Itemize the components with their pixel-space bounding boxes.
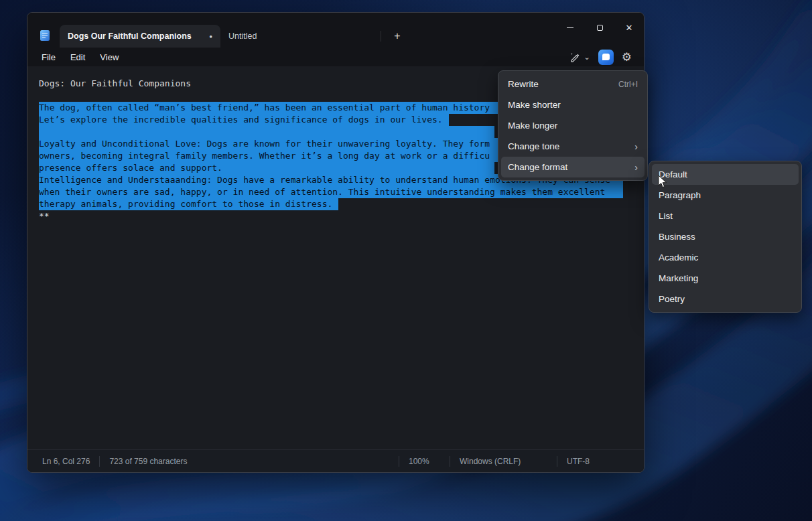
menu-item-label: Change format bbox=[508, 162, 567, 172]
unsaved-indicator-dot: ● bbox=[209, 33, 212, 40]
line-text: ** bbox=[39, 211, 50, 221]
menu-file[interactable]: File bbox=[34, 50, 63, 65]
status-zoom-level: 100% bbox=[399, 456, 450, 467]
menu-item-label: Paragraph bbox=[659, 190, 701, 200]
maximize-icon bbox=[597, 25, 603, 31]
submenu-item-academic[interactable]: Academic bbox=[652, 247, 799, 268]
editor-line[interactable]: when their owners are sad, happy, or in … bbox=[39, 186, 644, 198]
menu-item-label: Academic bbox=[659, 252, 698, 263]
menu-item-label: Make shorter bbox=[508, 100, 561, 110]
chevron-down-icon[interactable]: ⌄ bbox=[584, 53, 590, 62]
menu-item-label: List bbox=[659, 211, 673, 221]
status-encoding: UTF-8 bbox=[557, 456, 644, 467]
menu-item-label: Change tone bbox=[508, 141, 559, 151]
menu-item-label: Rewrite bbox=[508, 79, 539, 89]
minimize-button[interactable] bbox=[555, 13, 585, 42]
menu-view[interactable]: View bbox=[92, 50, 126, 65]
tab-label: Untitled bbox=[228, 31, 257, 41]
menu-item-label: Make longer bbox=[508, 121, 557, 131]
copilot-glyph bbox=[602, 54, 610, 60]
rewrite-pen-icon[interactable] bbox=[569, 52, 580, 63]
maximize-button[interactable] bbox=[585, 13, 614, 42]
change-format-submenu: Default Paragraph List Business Academic… bbox=[649, 161, 802, 313]
status-line-ending: Windows (CRLF) bbox=[450, 456, 557, 467]
status-bar: Ln 6, Col 276 723 of 759 characters 100%… bbox=[27, 449, 644, 472]
minimize-icon bbox=[567, 27, 573, 28]
editor-line[interactable]: therapy animals, providing comfort to th… bbox=[39, 198, 644, 210]
chevron-right-icon: › bbox=[634, 142, 638, 151]
submenu-item-list[interactable]: List bbox=[652, 206, 799, 226]
submenu-item-marketing[interactable]: Marketing bbox=[652, 268, 799, 289]
menu-item-make-longer[interactable]: Make longer bbox=[501, 115, 645, 136]
close-icon: ✕ bbox=[626, 23, 633, 32]
mouse-cursor bbox=[658, 175, 668, 189]
submenu-item-business[interactable]: Business bbox=[652, 226, 799, 247]
chevron-right-icon: › bbox=[634, 163, 638, 172]
submenu-item-paragraph[interactable]: Paragraph bbox=[652, 185, 799, 206]
menu-bar: File Edit View ⌄ ⚙ bbox=[27, 48, 644, 66]
submenu-item-default[interactable]: Default bbox=[652, 164, 799, 185]
tab-dogs-our-faithful-companions[interactable]: Dogs Our Faithful Companions ● bbox=[60, 25, 220, 48]
settings-gear-icon[interactable]: ⚙ bbox=[622, 50, 632, 64]
menu-item-make-shorter[interactable]: Make shorter bbox=[501, 94, 645, 115]
menu-item-change-tone[interactable]: Change tone › bbox=[501, 136, 645, 157]
menu-item-label: Marketing bbox=[659, 273, 698, 283]
shortcut-label: Ctrl+I bbox=[618, 80, 638, 89]
close-button[interactable]: ✕ bbox=[614, 13, 644, 42]
title-bar[interactable]: Dogs Our Faithful Companions ● Untitled … bbox=[27, 13, 644, 48]
toolbar-right: ⌄ ⚙ bbox=[569, 50, 637, 65]
selected-line-text: Let’s explore the incredible qualities a… bbox=[39, 114, 449, 126]
selected-line-text: presence offers solace and support. bbox=[39, 162, 494, 174]
new-tab-button[interactable]: + bbox=[388, 27, 407, 45]
editor-line[interactable]: ** bbox=[39, 210, 644, 222]
copilot-icon[interactable] bbox=[598, 50, 614, 65]
window-controls: ✕ bbox=[555, 13, 644, 42]
selected-line-text: therapy animals, providing comfort to th… bbox=[39, 198, 338, 210]
tab-label: Dogs Our Faithful Companions bbox=[68, 31, 192, 41]
menu-edit[interactable]: Edit bbox=[63, 50, 92, 65]
menu-item-rewrite[interactable]: Rewrite Ctrl+I bbox=[501, 74, 645, 94]
menu-item-change-format[interactable]: Change format › bbox=[501, 157, 645, 177]
menu-item-label: Poetry bbox=[659, 294, 685, 304]
line-text: Dogs: Our Faithful Companions bbox=[39, 78, 191, 88]
tab-bar: Dogs Our Faithful Companions ● Untitled … bbox=[60, 25, 407, 48]
selected-line-text: when their owners are sad, happy, or in … bbox=[39, 186, 623, 198]
rewrite-context-menu: Rewrite Ctrl+I Make shorter Make longer … bbox=[498, 70, 648, 181]
status-cursor-position: Ln 6, Col 276 bbox=[33, 456, 99, 467]
submenu-item-poetry[interactable]: Poetry bbox=[652, 289, 799, 309]
status-character-count: 723 of 759 characters bbox=[99, 456, 196, 467]
notepad-app-icon bbox=[39, 29, 51, 42]
selected-line-text bbox=[39, 126, 494, 138]
tab-untitled[interactable]: Untitled bbox=[220, 25, 381, 48]
menu-item-label: Business bbox=[659, 232, 695, 242]
